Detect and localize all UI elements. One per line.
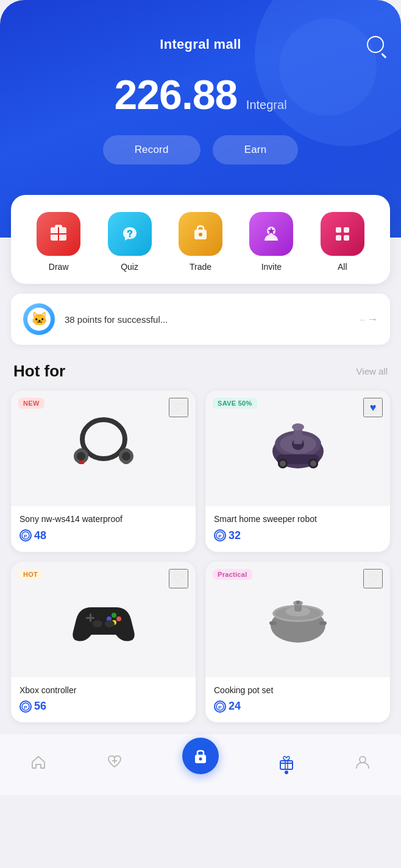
category-trade[interactable]: Trade: [179, 212, 222, 272]
integral-display: 226.88 Integral: [15, 71, 386, 118]
notif-face-icon: 🐱: [27, 308, 51, 331]
svg-text:P: P: [24, 534, 27, 539]
all-icon: [331, 222, 354, 245]
product-name-p3: Xbox controller: [20, 685, 187, 697]
draw-icon-wrap: [37, 212, 80, 256]
top-bar: Integral mall: [15, 37, 386, 52]
rewards-dot: [285, 771, 288, 774]
trade-icon: [189, 222, 212, 245]
health-icon: [106, 753, 123, 771]
svg-rect-50: [319, 621, 327, 625]
svg-point-30: [280, 460, 286, 467]
product-badge-p1: NEW: [18, 398, 44, 409]
arrow-dots: ···: [360, 315, 364, 324]
product-card-p4[interactable]: Practical ♡ Cooking pot set: [205, 562, 390, 723]
profile-icon: [354, 753, 371, 771]
svg-rect-10: [344, 227, 349, 233]
product-info-p1: Sony nw-ws414 waterproof P 48: [11, 513, 196, 542]
svg-text:P: P: [24, 705, 27, 710]
svg-point-38: [112, 613, 116, 618]
svg-point-13: [82, 420, 125, 459]
integral-label: Integral: [246, 98, 287, 111]
svg-point-60: [199, 758, 202, 761]
product-card-p1[interactable]: NEW ♡ Sony nw-ws414 waterproof: [11, 390, 196, 552]
svg-rect-62: [285, 761, 288, 769]
category-quiz[interactable]: Quiz: [108, 212, 152, 272]
svg-rect-37: [86, 617, 94, 619]
view-all-button[interactable]: View all: [357, 366, 388, 376]
svg-rect-49: [269, 621, 277, 625]
product-price-p3: P 56: [20, 700, 187, 713]
price-value-p3: 56: [34, 700, 46, 713]
svg-text:P: P: [218, 705, 222, 710]
all-label: All: [338, 262, 347, 272]
svg-point-6: [199, 233, 202, 236]
product-card-p3[interactable]: HOT ♡ Xbox controller: [11, 562, 196, 723]
svg-point-54: [296, 601, 300, 604]
product-badge-p4: Practical: [213, 569, 252, 580]
search-button[interactable]: [364, 34, 386, 55]
notification-banner[interactable]: 🐱 38 points for successful... ··· →: [11, 294, 390, 345]
wishlist-button-p3[interactable]: ♡: [169, 569, 188, 588]
draw-icon: [47, 222, 70, 245]
product-image-p2: SAVE 50% ♥: [205, 390, 390, 506]
product-price-p1: P 48: [20, 529, 187, 542]
nav-profile[interactable]: [354, 753, 371, 771]
svg-point-42: [93, 620, 102, 627]
category-list: Draw Quiz: [23, 212, 378, 272]
nav-home[interactable]: [30, 753, 47, 771]
arrow-chevron: →: [367, 313, 378, 326]
wishlist-button-p4[interactable]: ♡: [363, 569, 383, 588]
product-info-p3: Xbox controller P 56: [11, 685, 196, 713]
hero-action-buttons: Record Earn: [15, 135, 386, 164]
coin-icon-p2: P: [216, 531, 224, 540]
svg-rect-11: [336, 235, 341, 241]
product-name-p1: Sony nw-ws414 waterproof: [20, 513, 187, 526]
wishlist-button-p1[interactable]: ♡: [169, 398, 188, 417]
nav-health[interactable]: [106, 753, 123, 771]
product-image-p1: NEW ♡: [11, 390, 196, 506]
svg-rect-61: [280, 761, 293, 769]
products-grid: NEW ♡ Sony nw-ws414 waterproof: [0, 390, 401, 733]
headphones-image: [64, 409, 143, 488]
product-card-p2[interactable]: SAVE 50% ♥ Smart home sweeper r: [205, 390, 390, 552]
category-card: Draw Quiz: [11, 195, 390, 284]
all-icon-wrap: [321, 212, 364, 256]
svg-point-39: [116, 616, 121, 621]
trade-label: Trade: [190, 262, 211, 272]
price-icon-p1: P: [20, 529, 32, 542]
draw-label: Draw: [49, 262, 69, 272]
notif-arrow: ··· →: [360, 313, 378, 326]
quiz-icon: [118, 222, 141, 245]
svg-point-63: [360, 757, 366, 763]
quiz-icon-wrap: [108, 212, 152, 256]
nav-rewards[interactable]: [278, 753, 295, 771]
product-badge-p2: SAVE 50%: [213, 398, 257, 409]
earn-button[interactable]: Earn: [213, 135, 299, 164]
notif-text: 38 points for successful...: [65, 314, 350, 325]
product-price-p2: P 32: [214, 529, 381, 542]
category-all[interactable]: All: [321, 212, 364, 272]
product-name-p2: Smart home sweeper robot: [214, 513, 381, 526]
home-icon: [30, 753, 47, 771]
quiz-label: Quiz: [121, 262, 138, 272]
invite-icon: [260, 222, 283, 245]
price-value-p1: 48: [34, 529, 46, 542]
svg-rect-12: [344, 235, 349, 241]
wishlist-button-p2[interactable]: ♥: [363, 398, 383, 417]
product-image-p4: Practical ♡: [205, 562, 390, 677]
coin-icon-p1: P: [21, 531, 30, 540]
coin-icon-p3: P: [21, 702, 30, 711]
nav-lock-center[interactable]: [182, 738, 219, 774]
invite-icon-wrap: [249, 212, 293, 256]
price-icon-p3: P: [20, 700, 32, 713]
product-image-p3: HOT ♡: [11, 562, 196, 677]
category-draw[interactable]: Draw: [37, 212, 80, 272]
category-invite[interactable]: Invite: [249, 212, 293, 272]
notif-avatar: 🐱: [23, 303, 55, 335]
product-price-p4: P 24: [214, 700, 381, 713]
integral-number: 226.88: [114, 71, 237, 118]
record-button[interactable]: Record: [103, 135, 200, 164]
page-title: Integral mall: [160, 37, 241, 52]
svg-point-18: [77, 452, 85, 460]
